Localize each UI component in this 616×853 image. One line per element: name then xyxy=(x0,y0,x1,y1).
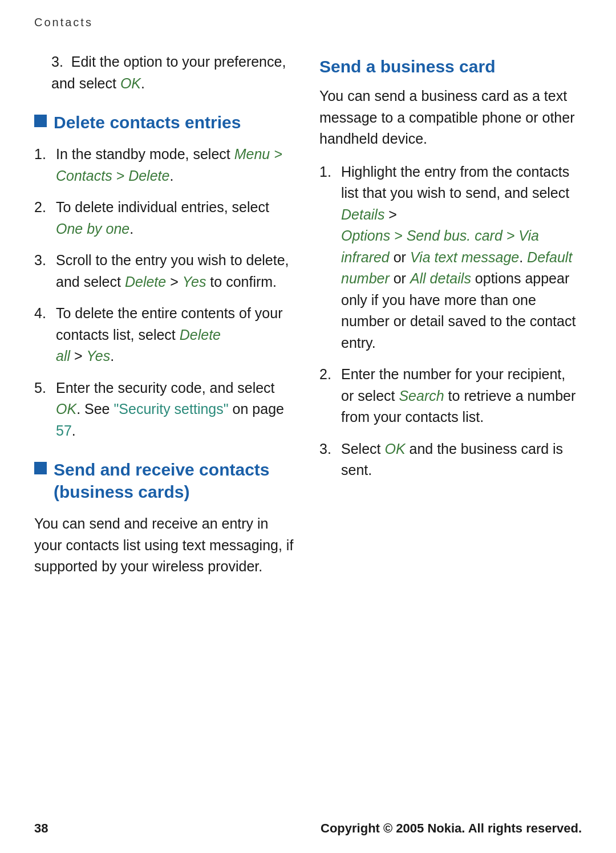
details-link: Details xyxy=(341,206,384,222)
delete-item-3: 3. Scroll to the entry you wish to delet… xyxy=(34,250,297,293)
menu-link-1: Menu > Contacts > Delete xyxy=(56,146,282,184)
send-card-item-3: 3. Select OK and the business card is se… xyxy=(319,438,582,481)
page-header: Contacts xyxy=(34,16,93,29)
send-business-card-body: You can send a business card as a text m… xyxy=(319,86,582,150)
send-receive-body: You can send and receive an entry in you… xyxy=(34,513,297,578)
send-card-list: 1. Highlight the entry from the contacts… xyxy=(319,161,582,481)
content-area: 3. Edit the option to your preference, a… xyxy=(34,40,582,807)
right-column: Send a business card You can send a busi… xyxy=(319,40,582,807)
yes-link: Yes xyxy=(183,274,206,290)
blue-square-icon xyxy=(34,115,47,127)
left-column: 3. Edit the option to your preference, a… xyxy=(34,40,297,807)
via-text-link: Via text message xyxy=(410,249,519,265)
page-57-link[interactable]: 57 xyxy=(56,423,72,438)
security-settings-link[interactable]: "Security settings" xyxy=(114,401,228,417)
copyright-text: Copyright © 2005 Nokia. All rights reser… xyxy=(321,821,582,836)
one-by-one-link: One by one xyxy=(56,221,129,237)
delete-list: 1. In the standby mode, select Menu > Co… xyxy=(34,144,297,441)
send-business-card-heading: Send a business card xyxy=(319,57,582,76)
yes-link-2: Yes xyxy=(87,348,111,364)
delete-yes-link: Delete xyxy=(125,274,166,290)
delete-item-5: 5. Enter the security code, and select O… xyxy=(34,377,297,442)
send-receive-section-heading: Send and receive contacts (business card… xyxy=(34,458,297,503)
send-receive-heading: Send and receive contacts (business card… xyxy=(54,458,297,503)
delete-all-link: Deleteall xyxy=(56,327,221,364)
delete-item-2: 2. To delete individual entries, select … xyxy=(34,197,297,239)
page-footer: 38 Copyright © 2005 Nokia. All rights re… xyxy=(0,821,616,836)
intro-item-3: 3. Edit the option to your preference, a… xyxy=(34,51,297,94)
all-details-link: All details xyxy=(410,270,471,286)
ok-send-link: OK xyxy=(384,441,405,457)
delete-item-1: 1. In the standby mode, select Menu > Co… xyxy=(34,144,297,186)
blue-square-icon-2 xyxy=(34,462,47,474)
send-card-item-2: 2. Enter the number for your recipient, … xyxy=(319,364,582,428)
delete-item-4: 4. To delete the entire contents of your… xyxy=(34,303,297,367)
intro-ok: OK xyxy=(120,75,141,91)
page-number: 38 xyxy=(34,821,48,836)
search-link: Search xyxy=(399,388,444,404)
delete-section-heading: Delete contacts entries xyxy=(34,111,297,133)
send-card-item-1: 1. Highlight the entry from the contacts… xyxy=(319,161,582,354)
ok-link-5: OK xyxy=(56,401,76,417)
delete-heading: Delete contacts entries xyxy=(54,111,241,133)
header-label: Contacts xyxy=(34,16,93,29)
intro-num: 3. xyxy=(51,54,63,70)
